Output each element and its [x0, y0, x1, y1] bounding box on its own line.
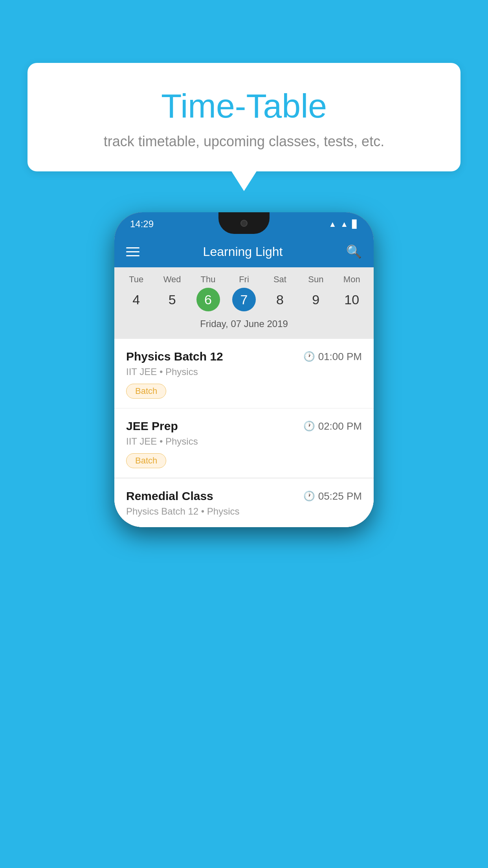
- schedule-meta: IIT JEE • Physics: [126, 436, 362, 447]
- day-number: 4: [125, 288, 148, 311]
- signal-icon: ▲: [340, 220, 348, 229]
- day-number: 10: [340, 288, 363, 311]
- day-number: 5: [160, 288, 184, 311]
- batch-badge: Batch: [126, 453, 166, 468]
- schedule-list: Physics Batch 12🕐 01:00 PMIIT JEE • Phys…: [114, 339, 374, 527]
- day-col-thu[interactable]: Thu6: [193, 274, 224, 311]
- schedule-title: Physics Batch 12: [126, 350, 223, 363]
- schedule-item[interactable]: JEE Prep🕐 02:00 PMIIT JEE • PhysicsBatch: [114, 408, 374, 478]
- day-name: Fri: [239, 274, 249, 285]
- status-bar: 14:29 ▲ ▲ ▊: [114, 212, 374, 236]
- schedule-time: 🕐 02:00 PM: [303, 420, 362, 432]
- clock-icon: 🕐: [303, 491, 315, 502]
- day-number: 8: [268, 288, 292, 311]
- day-col-tue[interactable]: Tue4: [121, 274, 152, 311]
- schedule-time: 🕐 01:00 PM: [303, 351, 362, 363]
- speech-bubble-container: Time-Table track timetable, upcoming cla…: [28, 63, 460, 171]
- day-col-mon[interactable]: Mon10: [336, 274, 367, 311]
- day-name: Sat: [273, 274, 286, 285]
- app-title: Learning Light: [203, 245, 283, 259]
- day-col-sat[interactable]: Sat8: [264, 274, 295, 311]
- day-name: Sun: [308, 274, 323, 285]
- day-name: Mon: [343, 274, 360, 285]
- day-name: Thu: [201, 274, 216, 285]
- hamburger-menu-button[interactable]: [126, 247, 139, 256]
- day-col-fri[interactable]: Fri7: [228, 274, 260, 311]
- schedule-meta: IIT JEE • Physics: [126, 366, 362, 377]
- calendar-strip: Tue4Wed5Thu6Fri7Sat8Sun9Mon10 Friday, 07…: [114, 267, 374, 339]
- notch: [218, 212, 270, 234]
- app-bar: Learning Light 🔍: [114, 236, 374, 267]
- day-name: Wed: [163, 274, 181, 285]
- schedule-item-header: Physics Batch 12🕐 01:00 PM: [126, 350, 362, 363]
- day-number: 9: [304, 288, 328, 311]
- phone-screen: 14:29 ▲ ▲ ▊ Learning Light 🔍: [114, 212, 374, 527]
- day-name: Tue: [129, 274, 143, 285]
- selected-date-label: Friday, 07 June 2019: [118, 314, 370, 335]
- wifi-icon: ▲: [328, 220, 336, 229]
- schedule-title: JEE Prep: [126, 419, 178, 433]
- phone-outer: 14:29 ▲ ▲ ▊ Learning Light 🔍: [114, 212, 374, 527]
- status-icons: ▲ ▲ ▊: [328, 219, 358, 229]
- schedule-title: Remedial Class: [126, 489, 213, 503]
- batch-badge: Batch: [126, 384, 166, 399]
- bubble-title: Time-Table: [47, 86, 441, 125]
- day-col-wed[interactable]: Wed5: [156, 274, 188, 311]
- bubble-subtitle: track timetable, upcoming classes, tests…: [47, 133, 441, 150]
- clock-icon: 🕐: [303, 421, 315, 432]
- schedule-item-header: JEE Prep🕐 02:00 PM: [126, 419, 362, 433]
- search-button[interactable]: 🔍: [346, 244, 362, 259]
- clock-icon: 🕐: [303, 351, 315, 362]
- schedule-item[interactable]: Physics Batch 12🕐 01:00 PMIIT JEE • Phys…: [114, 339, 374, 408]
- status-time: 14:29: [130, 219, 154, 230]
- schedule-item-header: Remedial Class🕐 05:25 PM: [126, 489, 362, 503]
- speech-bubble: Time-Table track timetable, upcoming cla…: [28, 63, 460, 171]
- day-col-sun[interactable]: Sun9: [300, 274, 332, 311]
- schedule-time: 🕐 05:25 PM: [303, 490, 362, 502]
- day-number: 7: [232, 288, 256, 311]
- day-number: 6: [196, 288, 220, 311]
- phone-mockup: 14:29 ▲ ▲ ▊ Learning Light 🔍: [114, 212, 374, 527]
- camera-dot: [240, 220, 248, 227]
- days-row: Tue4Wed5Thu6Fri7Sat8Sun9Mon10: [118, 274, 370, 311]
- battery-icon: ▊: [352, 219, 358, 229]
- schedule-item[interactable]: Remedial Class🕐 05:25 PMPhysics Batch 12…: [114, 478, 374, 527]
- schedule-meta: Physics Batch 12 • Physics: [126, 506, 362, 517]
